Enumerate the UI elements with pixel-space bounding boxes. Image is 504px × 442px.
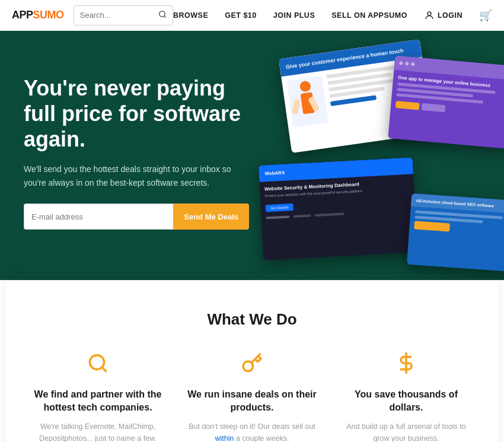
feature-find-title: We find and partner with the hottest tec…	[33, 388, 163, 415]
s3-logo: WebARX	[264, 170, 285, 176]
hero-content: You're never paying full price for softw…	[24, 75, 249, 230]
screenshot-3: WebARX Website Security & Monitoring Das…	[259, 157, 417, 260]
logo[interactable]: APPSUMO	[12, 9, 64, 21]
email-input[interactable]	[24, 203, 173, 230]
feature-save-desc: And build up a full arsenal of tools to …	[341, 421, 471, 442]
s3-cta: Get Started	[265, 203, 293, 212]
section-title: What We Do	[30, 310, 474, 329]
svg-point-2	[428, 12, 431, 15]
nav-joinplus[interactable]: JOIN PLUS	[273, 11, 315, 20]
feature-find: We find and partner with the hottest tec…	[33, 352, 163, 442]
hero-section: You're never paying full price for softw…	[0, 31, 504, 280]
dollar-feature-icon	[341, 352, 471, 379]
feature-save: You save thousands of dollars. And build…	[341, 352, 471, 442]
highlight-within: within	[215, 434, 234, 442]
feature-find-desc: We're talking Evernote, MailChimp, Depos…	[33, 421, 163, 442]
key-feature-icon	[187, 352, 317, 379]
feature-deals: We run insane deals on their products. B…	[187, 352, 317, 442]
svg-line-1	[164, 16, 166, 18]
s4-title-text: All-inclusive cloud-based SEO software	[416, 198, 494, 208]
login-area: LOGIN	[424, 10, 462, 21]
feature-save-title: You save thousands of dollars.	[341, 388, 471, 415]
hero-form: Send Me Deals	[24, 203, 249, 230]
search-input[interactable]	[80, 11, 158, 20]
hero-subtitle: We'll send you the hottest deals straigh…	[24, 163, 249, 189]
main-nav: BROWSE GET $10 JOIN PLUS SELL ON APPSUMO…	[173, 9, 492, 22]
search-feature-icon	[33, 352, 163, 379]
hero-screenshots: Give your customer experience a human to…	[237, 43, 504, 280]
feature-deals-desc: But don't sleep on it! Our deals sell ou…	[187, 421, 317, 442]
cart-icon[interactable]: 🛒	[479, 9, 492, 22]
user-icon	[424, 10, 435, 21]
hero-title: You're never paying full price for softw…	[24, 75, 249, 152]
search-bar	[74, 5, 173, 26]
header: APPSUMO BROWSE GET $10 JOIN PLUS SELL ON…	[0, 0, 504, 31]
what-we-do-section: What We Do We find and partner with the …	[6, 280, 498, 442]
feature-deals-title: We run insane deals on their products.	[187, 388, 317, 415]
features-grid: We find and partner with the hottest tec…	[30, 352, 474, 442]
send-deals-button[interactable]: Send Me Deals	[173, 203, 249, 230]
search-button[interactable]	[158, 10, 167, 20]
nav-browse[interactable]: BROWSE	[173, 11, 208, 20]
nav-sell[interactable]: SELL ON APPSUMO	[331, 11, 407, 20]
svg-line-4	[102, 367, 106, 371]
login-link[interactable]: LOGIN	[438, 11, 462, 20]
screenshot-4: All-inclusive cloud-based SEO software	[407, 193, 504, 272]
nav-get10[interactable]: GET $10	[225, 11, 257, 20]
screenshot-2: One app to manage your online business	[388, 56, 504, 149]
